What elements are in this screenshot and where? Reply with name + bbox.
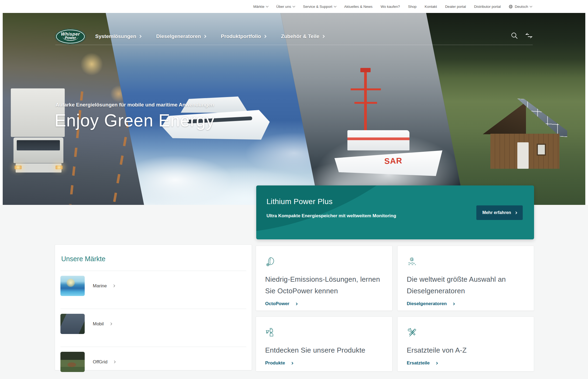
feature-title: Niedrig-Emissions-Lösungen, lernen Sie O… xyxy=(265,274,382,297)
market-item-marine[interactable]: Marine xyxy=(60,271,246,301)
chevron-right-icon xyxy=(322,35,324,38)
utility-nav-label: Aktuelles & News xyxy=(344,5,372,9)
utility-nav-aktuelles-news[interactable]: Aktuelles & News xyxy=(344,5,372,9)
feature-card-dieselgeneratoren: G Die weltweit größte Auswahl an Dieselg… xyxy=(397,246,534,311)
utility-nav-label: Kontakt xyxy=(425,5,437,9)
mehr-erfahren-button[interactable]: Mehr erfahren xyxy=(476,205,523,220)
cabin-illustration xyxy=(483,102,566,172)
chevron-right-icon xyxy=(452,302,455,305)
sar-hull-text: SAR xyxy=(384,156,402,166)
utility-nav-dealer-portal[interactable]: Dealer portal xyxy=(445,5,466,9)
tools-icon xyxy=(407,327,418,338)
dieselgeneratoren-link[interactable]: Dieselgeneratoren xyxy=(407,301,524,306)
feature-title: Ersatzteile von A-Z xyxy=(407,344,524,356)
utility-nav-label: Service & Support xyxy=(303,5,332,9)
hero-kicker: Autarke Energielösungen für mobile und m… xyxy=(56,102,214,108)
market-item-mobil[interactable]: Mobil xyxy=(60,309,246,339)
chevron-down-icon xyxy=(530,5,532,7)
products-icon xyxy=(265,327,276,338)
feature-card-produkte: Entdecken Sie unsere Produkte Produkte xyxy=(256,316,392,371)
generator-icon: G xyxy=(407,256,418,267)
cabin-field-thumbnail xyxy=(60,352,85,372)
button-label: Mehr erfahren xyxy=(482,210,511,215)
nav-divider-line xyxy=(55,45,533,45)
promo-card-lithium-power-plus: Lithium Power Plus Ultra Kompakte Energi… xyxy=(256,185,534,239)
utility-nav: Märkte Über uns Service & Support Aktuel… xyxy=(0,0,588,13)
link-label: OctoPower xyxy=(265,301,289,306)
chevron-right-icon xyxy=(514,211,517,214)
market-label: Marine xyxy=(93,283,107,289)
chevron-down-icon xyxy=(266,5,269,7)
nav-item-label: Systemlösungen xyxy=(95,33,136,39)
page: Märkte Über uns Service & Support Aktuel… xyxy=(0,0,588,379)
leaf-eco-icon xyxy=(265,256,276,267)
utility-nav-label: Wo kaufen? xyxy=(381,5,400,9)
utility-nav-label: Märkte xyxy=(253,5,264,9)
chevron-right-icon xyxy=(435,362,438,364)
promo-title: Lithium Power Plus xyxy=(266,197,333,206)
chevron-right-icon xyxy=(109,323,112,325)
market-label: Mobil xyxy=(93,321,104,327)
promo-subtitle: Ultra Kompakte Energiespeicher mit weltw… xyxy=(266,213,396,219)
utility-nav-label: Über uns xyxy=(276,5,291,9)
markets-title: Unsere Märkte xyxy=(60,255,246,263)
link-label: Produkte xyxy=(265,360,285,366)
utility-nav-service-support[interactable]: Service & Support xyxy=(303,5,336,9)
nav-item-label: Produktportfolio xyxy=(221,33,261,39)
feature-title: Entdecken Sie unsere Produkte xyxy=(265,344,382,356)
produkte-link[interactable]: Produkte xyxy=(265,360,382,366)
utility-nav-label: Dealer portal xyxy=(445,5,466,9)
utility-nav-label: Distributor portal xyxy=(474,5,501,9)
utility-nav-shop[interactable]: Shop xyxy=(408,5,417,9)
search-icon[interactable] xyxy=(511,32,518,39)
ersatzteile-link[interactable]: Ersatzteile xyxy=(407,360,524,366)
lane-marking xyxy=(69,91,83,205)
feature-card-octopower: Niedrig-Emissions-Lösungen, lernen Sie O… xyxy=(256,246,392,311)
chevron-right-icon xyxy=(203,35,206,38)
utility-nav-wo-kaufen[interactable]: Wo kaufen? xyxy=(381,5,400,9)
svg-text:G: G xyxy=(410,257,413,262)
nav-item-label: Zubehör & Teile xyxy=(281,33,319,39)
utility-nav-kontakt[interactable]: Kontakt xyxy=(425,5,437,9)
link-label: Ersatzteile xyxy=(407,360,430,366)
nav-item-zubehoer-teile[interactable]: Zubehör & Teile xyxy=(281,33,324,39)
utility-nav-label: Shop xyxy=(408,5,417,9)
feature-title: Die weltweit größte Auswahl an Dieselgen… xyxy=(407,274,524,297)
utility-nav-maerkte[interactable]: Märkte xyxy=(253,5,268,9)
chevron-right-icon xyxy=(112,285,115,287)
whisperpower-logo[interactable]: Whisper Power xyxy=(55,29,86,44)
language-label: Deutsch xyxy=(515,5,528,9)
market-label: OffGrid xyxy=(93,359,107,365)
utility-nav-ueber-uns[interactable]: Über uns xyxy=(276,5,295,9)
main-nav: Whisper Power Systemlösungen Dieselgener… xyxy=(55,29,324,44)
ocean-sunrise-thumbnail xyxy=(60,276,85,296)
chevron-right-icon xyxy=(113,361,116,363)
compare-arrows-icon[interactable] xyxy=(525,32,533,39)
link-label: Dieselgeneratoren xyxy=(407,301,447,306)
logo-text-line2: Power xyxy=(63,36,78,41)
hero-headline: Enjoy Green Energy xyxy=(54,111,215,130)
market-item-offgrid[interactable]: OffGrid xyxy=(60,347,246,377)
chevron-down-icon xyxy=(293,5,295,7)
nav-item-produktportfolio[interactable]: Produktportfolio xyxy=(221,33,266,39)
hero-banner: SAR Whisper Power Systemlösungen Dieselg… xyxy=(3,13,585,205)
chevron-right-icon xyxy=(295,302,298,305)
globe-icon xyxy=(509,5,513,9)
highway-thumbnail xyxy=(60,314,85,334)
utility-nav-distributor-portal[interactable]: Distributor portal xyxy=(474,5,501,9)
language-selector[interactable]: Deutsch xyxy=(509,5,532,9)
chevron-right-icon xyxy=(263,35,266,38)
chevron-right-icon xyxy=(138,35,141,38)
nav-item-dieselgeneratoren[interactable]: Dieselgeneratoren xyxy=(156,33,206,39)
sar-boat-illustration: SAR xyxy=(345,72,453,185)
octopower-link[interactable]: OctoPower xyxy=(265,301,382,306)
chevron-right-icon xyxy=(290,362,293,364)
feature-card-ersatzteile: Ersatzteile von A-Z Ersatzteile xyxy=(397,316,534,371)
nav-item-label: Dieselgeneratoren xyxy=(156,33,201,39)
chevron-down-icon xyxy=(334,5,337,7)
markets-card: Unsere Märkte Marine Mobil OffGrid xyxy=(55,244,252,370)
nav-item-systemloesungen[interactable]: Systemlösungen xyxy=(95,33,141,39)
